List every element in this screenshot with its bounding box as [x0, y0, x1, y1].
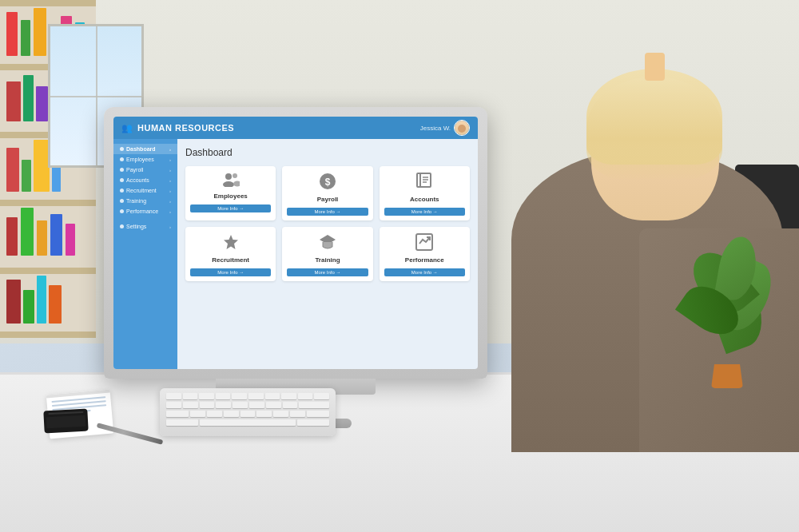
sidebar-item-recruitment[interactable]: Recruitment › [113, 185, 177, 196]
sidebar-item-text: Training [120, 198, 146, 204]
key [232, 393, 247, 399]
key [265, 393, 280, 399]
keyboard-rows [160, 388, 336, 431]
payroll-icon: $ [319, 173, 336, 193]
sidebar-item-training[interactable]: Training › [113, 196, 177, 206]
card-training[interactable]: Training More Info → [282, 227, 372, 281]
key [199, 393, 214, 399]
key [297, 419, 329, 426]
key [273, 411, 288, 417]
sidebar-item-employees[interactable]: Employees › [113, 154, 177, 165]
sidebar-dot [120, 209, 124, 213]
key [216, 393, 231, 399]
card-employees[interactable]: Employees More Info → [185, 166, 276, 220]
sidebar-arrow: › [169, 224, 171, 229]
hr-header-icon: 👥 [121, 123, 133, 133]
hr-app-title: HUMAN RESOURCES [137, 123, 234, 133]
sidebar-arrow: › [169, 209, 171, 214]
hr-body: Dashboard › Employees › [113, 139, 478, 369]
spacebar-key [200, 419, 296, 426]
svg-point-3 [233, 181, 240, 187]
key [307, 411, 329, 417]
keyboard-row [166, 411, 329, 417]
key [207, 411, 222, 417]
card-accounts-label: Accounts [410, 196, 439, 203]
sidebar-item-dashboard[interactable]: Dashboard › [113, 144, 177, 154]
performance-more-btn[interactable]: More Info → [384, 268, 465, 276]
card-recruitment-label: Recruitment [212, 256, 249, 264]
key [299, 402, 329, 408]
book [6, 217, 18, 256]
book [22, 160, 31, 192]
card-recruitment[interactable]: Recruitment More Info → [185, 227, 276, 281]
key [183, 393, 198, 399]
book [66, 224, 75, 256]
book [21, 208, 34, 256]
hr-header: 👥 HUMAN RESOURCES Jessica W. [113, 117, 478, 139]
svg-point-1 [223, 181, 234, 187]
person-hair [586, 69, 722, 165]
sidebar-arrow: › [169, 157, 171, 162]
card-performance[interactable]: Performance More Info → [380, 227, 470, 281]
sidebar-item-performance[interactable]: Performance › [113, 206, 177, 216]
card-accounts[interactable]: Accounts More Info → [380, 166, 470, 220]
training-more-btn[interactable]: More Info → [287, 268, 368, 276]
key [249, 402, 264, 408]
key [248, 393, 264, 399]
sidebar-label: Settings [126, 224, 146, 229]
sidebar-label: Training [126, 198, 146, 204]
book [37, 220, 47, 256]
book [34, 8, 46, 56]
sidebar-item-payroll[interactable]: Payroll › [113, 165, 177, 175]
sidebar-item-text: Payroll [120, 167, 143, 173]
book [36, 86, 48, 121]
book [23, 290, 34, 324]
sidebar-arrow: › [169, 178, 171, 183]
employees-more-btn[interactable]: More Info → [190, 204, 271, 212]
sidebar-label: Recruitment [126, 188, 157, 193]
accounts-icon [416, 173, 432, 193]
shelf-plank [0, 332, 96, 338]
book [21, 20, 30, 56]
hr-username: Jessica W. [420, 125, 451, 132]
employees-icon [222, 173, 240, 189]
training-icon [318, 233, 337, 253]
keyboard-row [166, 419, 329, 426]
svg-marker-11 [224, 235, 238, 249]
book [23, 75, 34, 121]
key [224, 411, 239, 417]
key [314, 393, 329, 399]
sidebar-dot [120, 168, 124, 172]
key [166, 411, 189, 417]
key [281, 393, 296, 399]
book [6, 12, 18, 56]
sidebar-dot [120, 189, 124, 193]
performance-icon [415, 233, 433, 253]
key [216, 402, 231, 408]
sidebar-label: Dashboard [126, 146, 156, 152]
recruitment-icon [222, 233, 240, 253]
book [49, 285, 62, 324]
key [283, 402, 298, 408]
person-hair-overlay [586, 77, 722, 181]
recruitment-more-btn[interactable]: More Info → [190, 268, 271, 276]
card-performance-label: Performance [405, 256, 444, 264]
key [166, 419, 198, 426]
phone [43, 409, 88, 434]
sidebar-item-text: Dashboard [120, 146, 156, 152]
sidebar-dot [120, 147, 124, 151]
payroll-more-btn[interactable]: More Info → [287, 208, 368, 216]
sidebar-item-text: Recruitment [120, 188, 157, 193]
scene: 👥 HUMAN RESOURCES Jessica W. [0, 0, 799, 532]
svg-point-2 [233, 173, 237, 178]
key [233, 402, 248, 408]
card-payroll[interactable]: $ Payroll More Info → [282, 166, 372, 220]
keyboard-row [166, 393, 329, 399]
shelf-plank [0, 268, 96, 274]
sidebar-arrow: › [169, 189, 171, 193]
accounts-more-btn[interactable]: More Info → [384, 208, 465, 216]
sidebar-item-accounts[interactable]: Accounts › [113, 175, 177, 185]
hr-main: Dashboard [177, 139, 478, 369]
sidebar-item-settings[interactable]: Settings › [113, 221, 177, 232]
keyboard [160, 388, 336, 436]
